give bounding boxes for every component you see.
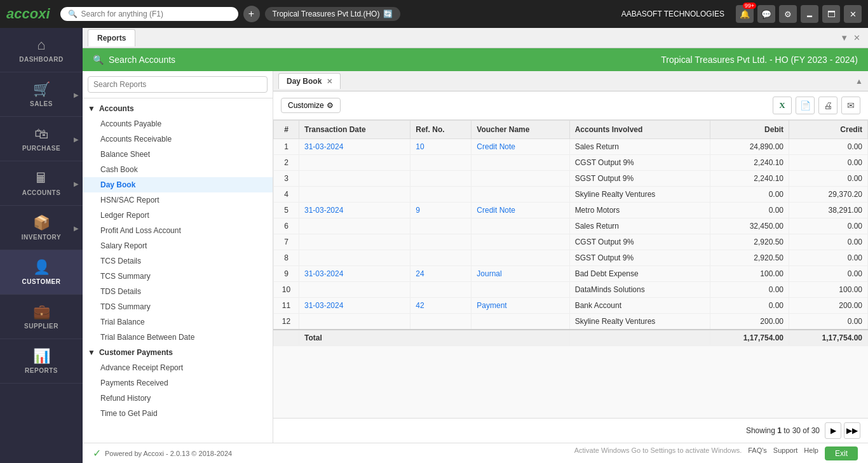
cell-num: 8	[274, 250, 299, 266]
tree-item-tds-summary[interactable]: TDS Summary	[83, 299, 273, 314]
tree-item-cash-book[interactable]: Cash Book	[83, 162, 273, 177]
cell-num: 4	[274, 187, 299, 203]
top-icons-group: 🔔 99+ 💬 ⚙ 🗕 🗖 ✕	[736, 5, 862, 23]
reports-tab[interactable]: Reports	[88, 29, 135, 46]
cell-debit: 2,240.10	[710, 171, 789, 187]
company-selector[interactable]: Tropical Treasures Pvt Ltd.(HO) 🔄	[265, 7, 401, 21]
cell-num: 3	[274, 171, 299, 187]
reports-tab-label: Reports	[97, 34, 126, 43]
cell-debit: 2,920.50	[710, 234, 789, 250]
cell-account: SGST Output 9%	[569, 171, 710, 187]
day-book-tab-close[interactable]: ✕	[327, 77, 332, 86]
last-page-button[interactable]: ▶▶	[844, 422, 860, 439]
cell-date	[299, 187, 410, 203]
sales-icon: 🛒	[33, 81, 50, 98]
sidebar-item-inventory[interactable]: 📦 INVENTORY ▶	[0, 206, 83, 250]
exit-button[interactable]: Exit	[825, 446, 858, 460]
cell-debit: 0.00	[710, 203, 789, 218]
cell-credit: 0.00	[789, 314, 868, 330]
sidebar-item-customer[interactable]: 👤 CUSTOMER	[0, 250, 83, 295]
left-panel-search[interactable]	[83, 71, 273, 98]
tree-item-trial-balance[interactable]: Trial Balance	[83, 314, 273, 330]
table-row: 8 SGST Output 9% 2,920.50 0.00	[274, 250, 868, 266]
sidebar-item-dashboard[interactable]: ⌂ DASHBOARD	[0, 28, 83, 72]
cell-num: 7	[274, 234, 299, 250]
expand-icon[interactable]: ▲	[855, 77, 863, 86]
table-row: 4 Skyline Realty Ventures 0.00 29,370.20	[274, 187, 868, 203]
settings-icon[interactable]: ⚙	[779, 5, 797, 23]
sidebar-item-purchase[interactable]: 🛍 PURCHASE ▶	[0, 117, 83, 161]
cell-voucher: Payment	[471, 298, 569, 314]
message-icon[interactable]: 💬	[757, 5, 775, 23]
sidebar-item-accounts[interactable]: 🖩 ACCOUNTS ▶	[0, 161, 83, 206]
tree-accounts-parent[interactable]: ▼ Accounts	[83, 101, 273, 116]
tree-customer-payments-parent[interactable]: ▼ Customer Payments	[83, 345, 273, 360]
tree-item-tcs-details[interactable]: TCS Details	[83, 253, 273, 269]
cell-account: Sales Return	[569, 218, 710, 234]
panel-container: ▼ Accounts Accounts Payable Accounts Rec…	[83, 71, 868, 443]
tree-item-accounts-payable[interactable]: Accounts Payable	[83, 116, 273, 131]
footer-faq[interactable]: FAQ's	[748, 446, 767, 460]
print-button[interactable]: 🖨	[818, 97, 837, 114]
purchase-arrow-icon: ▶	[74, 135, 79, 142]
notification-badge: 99+	[743, 3, 756, 9]
footer-support[interactable]: Support	[773, 446, 798, 460]
tree-item-tcs-summary[interactable]: TCS Summary	[83, 269, 273, 284]
sidebar-item-sales[interactable]: 🛒 SALES ▶	[0, 72, 83, 117]
tree-item-trial-balance-between[interactable]: Trial Balance Between Date	[83, 330, 273, 345]
cell-voucher	[471, 234, 569, 250]
tree-item-advance-receipt[interactable]: Advance Receipt Report	[83, 360, 273, 375]
tree-item-day-book[interactable]: Day Book	[83, 177, 273, 192]
maximize-icon[interactable]: 🗖	[822, 5, 840, 23]
tab-pin-button[interactable]: ✕	[851, 33, 863, 43]
tree-item-profit-loss[interactable]: Profit And Loss Account	[83, 223, 273, 238]
footer-help[interactable]: Help	[804, 446, 818, 460]
tree-accounts-label: Accounts	[99, 104, 134, 113]
col-header-voucher: Voucher Name	[471, 121, 569, 139]
sidebar-item-supplier[interactable]: 💼 SUPPLIER	[0, 295, 83, 339]
tree-item-ledger[interactable]: Ledger Report	[83, 208, 273, 223]
tree-item-tds-details[interactable]: TDS Details	[83, 284, 273, 299]
cell-date	[299, 250, 410, 266]
cell-ref	[410, 282, 471, 298]
tree-item-payments-received[interactable]: Payments Received	[83, 375, 273, 391]
cell-num: 9	[274, 266, 299, 282]
cell-voucher: Credit Note	[471, 203, 569, 218]
cell-credit: 0.00	[789, 250, 868, 266]
search-accounts-label: Search Accounts	[109, 55, 175, 65]
cell-ref	[410, 155, 471, 171]
cell-debit: 2,240.10	[710, 155, 789, 171]
main-layout: ⌂ DASHBOARD 🛒 SALES ▶ 🛍 PURCHASE ▶ 🖩 ACC…	[0, 28, 868, 463]
tree-item-accounts-receivable[interactable]: Accounts Receivable	[83, 131, 273, 147]
tree-item-balance-sheet[interactable]: Balance Sheet	[83, 147, 273, 162]
cell-ref	[410, 187, 471, 203]
table-row: 10 DataMinds Solutions 0.00 100.00	[274, 282, 868, 298]
sidebar-item-reports[interactable]: 📊 REPORTS	[0, 339, 83, 384]
search-reports-input[interactable]	[88, 76, 268, 93]
close-window-icon[interactable]: ✕	[844, 5, 862, 23]
tree-item-salary[interactable]: Salary Report	[83, 238, 273, 253]
tree-item-hsn-sac[interactable]: HSN/SAC Report	[83, 192, 273, 208]
global-search-bar[interactable]: 🔍	[60, 7, 238, 21]
customize-button[interactable]: Customize ⚙	[281, 98, 341, 113]
email-button[interactable]: ✉	[841, 97, 860, 114]
total-debit: 1,17,754.00	[710, 330, 789, 346]
cell-voucher	[471, 314, 569, 330]
cell-voucher	[471, 218, 569, 234]
day-book-tab[interactable]: Day Book ✕	[278, 73, 341, 89]
activate-windows-text: Activate Windows Go to Settings to activ…	[574, 446, 742, 460]
cell-voucher	[471, 282, 569, 298]
add-button[interactable]: +	[243, 6, 260, 22]
minimize-icon[interactable]: 🗕	[801, 5, 818, 23]
tree-item-refund-history[interactable]: Refund History	[83, 391, 273, 406]
tree-item-time-to-get-paid[interactable]: Time to Get Paid	[83, 406, 273, 421]
next-page-button[interactable]: ▶	[825, 422, 841, 439]
pdf-export-button[interactable]: 📄	[796, 97, 815, 114]
global-search-input[interactable]	[81, 10, 221, 18]
purchase-icon: 🛍	[34, 126, 48, 142]
cell-credit: 0.00	[789, 171, 868, 187]
notification-icon[interactable]: 🔔 99+	[736, 5, 754, 23]
excel-export-button[interactable]: X	[773, 97, 792, 114]
sidebar-label-purchase: PURCHASE	[22, 145, 60, 152]
tab-expand-button[interactable]: ▼	[837, 33, 851, 43]
